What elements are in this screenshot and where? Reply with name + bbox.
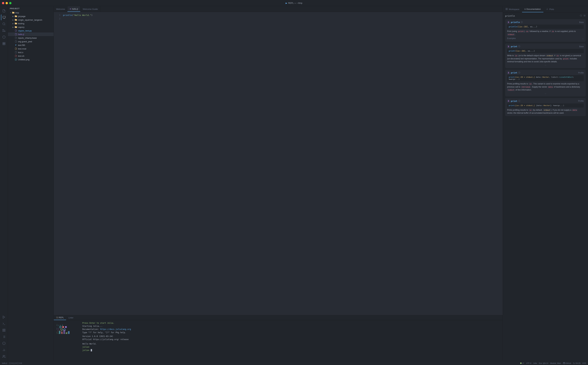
tree-item-org[interactable]: org.guest_pwd [8, 40, 54, 43]
status-encoding: UTF-8 [526, 362, 531, 364]
doc-desc-print: Write to io (or to the default output st… [507, 54, 584, 63]
svg-rect-46 [64, 330, 65, 334]
doc-badge-println: Base [579, 21, 584, 23]
tree-item-testmod[interactable]: test.mod [8, 47, 54, 50]
activity-search[interactable] [1, 21, 7, 27]
tree-label-testf90: test.f90 [18, 44, 25, 46]
tree-item-picpage[interactable]: ▶ picpage [8, 14, 54, 18]
info-icon-print[interactable]: ⓘ [518, 45, 520, 48]
minimize-button[interactable] [6, 2, 8, 4]
doc-fn-name-print[interactable]: print [511, 45, 517, 48]
tree-item-inputs[interactable]: inputs_chlamy.base [8, 36, 54, 40]
tree-item-testf90[interactable]: F test.f90 [8, 43, 54, 47]
activity-info[interactable] [1, 340, 7, 346]
tree-item-hellojl[interactable]: hello.jl [8, 32, 54, 36]
doc-fn-name-print-profile2[interactable]: print [511, 100, 517, 102]
line-number-1: 1 [57, 14, 60, 16]
lambda-badge-print-profile2: λ [507, 100, 510, 102]
sidebar-header: Project [8, 6, 54, 11]
term-prompt2[interactable]: julia> [82, 349, 501, 352]
activity-grid[interactable] [1, 327, 7, 333]
line-number-2: 2 [57, 18, 60, 20]
tree-item-vapory[interactable]: ▶ vapory [8, 25, 54, 29]
activity-extensions[interactable] [1, 41, 7, 47]
tree-label-testo: test.o [18, 51, 23, 54]
tab-hellojl[interactable]: ● hello.jl [67, 6, 80, 12]
activity-run[interactable] [1, 314, 7, 320]
tree-label-squirmer: single_squirmer_langevin [18, 19, 42, 21]
file-icon-org [14, 40, 17, 43]
activity-project[interactable] [1, 14, 7, 20]
lambda-badge-print-profile: λ [507, 71, 510, 74]
tree-label-inputs: inputs_chlamy.base [18, 37, 37, 39]
activity-list[interactable] [1, 334, 7, 340]
activity-chart[interactable] [1, 347, 7, 353]
maximize-button[interactable] [9, 2, 12, 4]
info-icon-print-profile2[interactable]: ⓘ [518, 100, 520, 103]
svg-point-56 [580, 15, 582, 16]
svg-line-57 [581, 16, 582, 17]
tab-welcome-guide[interactable]: Welcome Guide [80, 6, 100, 12]
terminal-tab-linter[interactable]: Linter [66, 315, 76, 320]
tree-item-testo[interactable]: test.o [8, 50, 54, 54]
activity-debug[interactable] [1, 34, 7, 40]
tree-label-untitled: Untitled.png [18, 58, 29, 61]
doc-fn-name-println[interactable]: println [511, 21, 520, 23]
tree-item-testing[interactable]: ▶ testing [8, 22, 54, 25]
right-tab-documentation[interactable]: ℹ Documentation [522, 6, 543, 12]
tree-item-ctypes[interactable]: ctypes_test.py [8, 29, 54, 32]
doc-more-print[interactable]: ... [507, 63, 584, 66]
doc-entry-print-profile2-left: λ print ⓘ [507, 100, 520, 103]
file-icon-untitled [14, 58, 17, 61]
tab-welcome[interactable]: Welcome [54, 6, 67, 12]
activity-users[interactable] [1, 353, 7, 359]
tree-arrow-vapory: ▶ [12, 26, 14, 28]
tree-item-testsh[interactable]: test.sh [8, 54, 54, 58]
code-editor[interactable]: 1 println("Hello World.") 2 [54, 12, 503, 315]
examples-more[interactable]: ... [582, 37, 584, 40]
svg-rect-44 [59, 331, 60, 334]
terminal-tabs: ⬛ REPL Linter [54, 315, 503, 320]
doc-more-print-profile[interactable]: ... [507, 91, 584, 95]
tree-root-tmp[interactable]: ▾ tmp [8, 11, 54, 14]
tab-welcome-guide-label: Welcome Guide [83, 8, 98, 10]
folder-icon [12, 11, 15, 14]
status-github[interactable]: GitHub [563, 362, 571, 364]
right-tab-plots[interactable]: Plots [543, 6, 557, 12]
examples-label: Examples [507, 37, 516, 40]
svg-text:(_)    |  A: (_) | A [57, 324, 63, 326]
svg-point-40 [62, 326, 64, 328]
terminal-content[interactable]: _ (_) | A _ _ | | | | | | | _/ |_| | | |… [54, 320, 503, 361]
doc-entry-println-header: λ println ⓘ Base [507, 21, 584, 24]
svg-rect-15 [4, 329, 5, 330]
close-button[interactable] [2, 2, 4, 4]
lambda-badge-println: λ [507, 21, 510, 24]
right-tab-workspace[interactable]: Workspace [503, 6, 522, 12]
activity-files[interactable] [1, 8, 7, 14]
info-icon-print-profile[interactable]: ⓘ [518, 71, 520, 74]
status-warnings[interactable]: 0 0 0 0 [9, 362, 22, 364]
tree-item-untitled[interactable]: Untitled.png [8, 58, 54, 61]
search-icon[interactable] [580, 14, 582, 17]
terminal-tab-repl[interactable]: ⬛ REPL [54, 315, 66, 320]
doc-search-actions [580, 14, 586, 17]
tree-root-label: tmp [15, 12, 19, 14]
menu-icon[interactable] [583, 14, 586, 17]
traffic-lights [2, 2, 12, 4]
activity-git[interactable] [1, 28, 7, 34]
svg-point-69 [574, 363, 575, 364]
workspace-icon [505, 8, 508, 11]
status-time: 8:53 [583, 362, 586, 364]
svg-point-41 [65, 326, 67, 328]
activity-terminal[interactable] [1, 321, 7, 327]
info-icon-println[interactable]: ⓘ [521, 21, 523, 24]
right-tab-documentation-label: Documentation [526, 8, 541, 10]
svg-rect-48 [68, 331, 70, 334]
svg-rect-10 [3, 44, 4, 45]
doc-fn-name-print-profile[interactable]: print [511, 71, 517, 74]
doc-sig-println: println([io::IO], xs...) [507, 25, 584, 29]
tree-item-squirmer[interactable]: ▶ single_squirmer_langevin [8, 18, 54, 22]
terminal-output: Press Enter to start Julia. Starting Jul… [82, 322, 501, 360]
status-git[interactable]: Git (0) [573, 362, 581, 364]
activity-bar [0, 6, 8, 361]
